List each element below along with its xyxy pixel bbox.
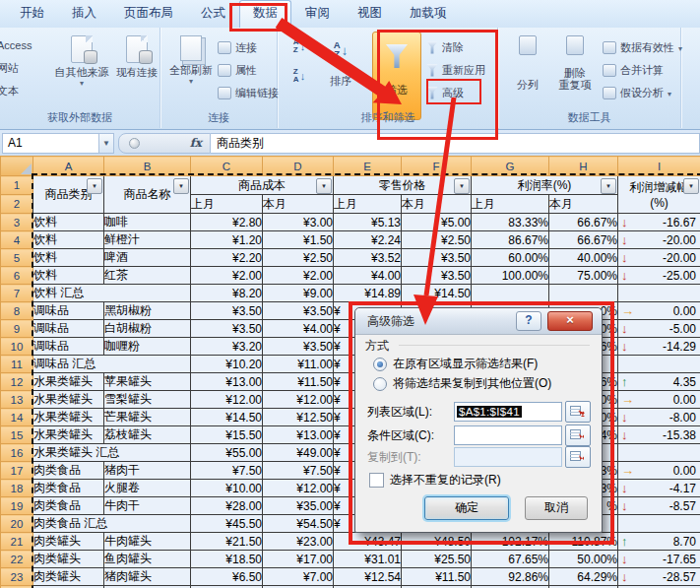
consolidate-button[interactable]: 合并计算	[603, 60, 664, 80]
name-box-dropdown[interactable]: ▼	[99, 133, 114, 154]
cell[interactable]: 水果类罐头	[33, 373, 104, 391]
header-cell-cost[interactable]: 商品成本 ▼	[191, 176, 334, 195]
cell[interactable]: 肉类罐头	[33, 533, 104, 551]
subheader-cell[interactable]: 上月	[334, 195, 402, 214]
cell[interactable]: →0.00	[618, 391, 700, 409]
filter-dropdown-button[interactable]: ▼	[683, 178, 699, 194]
radio-copy-to-location[interactable]: 将筛选结果复制到其他位置(O)	[373, 375, 551, 392]
cell[interactable]	[549, 285, 618, 302]
cell[interactable]: 调味品	[33, 338, 104, 356]
cell[interactable]: 鱼肉罐头	[104, 551, 191, 568]
sort-za-button[interactable]: ZA ↓	[288, 65, 310, 87]
cell[interactable]: 64.29%	[549, 568, 618, 586]
cell[interactable]: 苹果罐头	[104, 373, 191, 391]
cell[interactable]	[618, 285, 700, 302]
row-header[interactable]: 15	[1, 426, 33, 444]
insert-function-icon[interactable]: fx	[190, 136, 202, 150]
cell[interactable]: ¥12.00	[263, 480, 334, 497]
row-header[interactable]: 9	[1, 320, 33, 338]
from-other-sources-button[interactable]: 自其他来源 ▾	[51, 32, 112, 87]
text-to-columns-button[interactable]: 分列	[506, 32, 549, 91]
cell[interactable]: ¥35.00	[263, 497, 334, 515]
filter-dropdown-button[interactable]: ▼	[316, 178, 332, 194]
cell[interactable]: 60.00%	[472, 249, 549, 267]
cell[interactable]: ↓-20.00	[618, 249, 700, 267]
cell[interactable]: ¥3.50	[191, 302, 263, 320]
help-button[interactable]: ?	[516, 311, 541, 331]
subheader-cell[interactable]: 本月	[263, 195, 334, 214]
cell[interactable]: 67.65%	[472, 551, 549, 568]
cell[interactable]: ¥18.50	[191, 551, 263, 568]
header-cell-profit-change[interactable]: 利润增减幅 (%) ▼	[618, 176, 700, 214]
row-header[interactable]: 7	[1, 285, 33, 302]
row-header[interactable]: 19	[1, 497, 33, 515]
cell[interactable]: ¥12.00	[191, 391, 263, 409]
row-header[interactable]: 3	[1, 214, 33, 231]
cell[interactable]: ¥11.00	[263, 356, 334, 373]
subheader-cell[interactable]: 本月	[402, 195, 472, 214]
cell[interactable]	[472, 285, 549, 302]
cell[interactable]: 牛肉罐头	[104, 533, 191, 551]
cell[interactable]: ¥28.00	[191, 497, 263, 515]
cell[interactable]	[618, 356, 700, 373]
cell[interactable]: ¥6.50	[191, 568, 263, 586]
cell[interactable]: ↓-4.17	[618, 480, 700, 497]
row-header[interactable]: 4	[1, 231, 33, 249]
cell[interactable]: 火腿卷	[104, 480, 191, 497]
subheader-cell[interactable]: 上月	[191, 195, 263, 214]
cell[interactable]: 猪肉干	[104, 462, 191, 480]
cell[interactable]: 雪梨罐头	[104, 391, 191, 409]
cell[interactable]: 100.00%	[472, 267, 549, 285]
row-header[interactable]: 17	[1, 462, 33, 480]
cell[interactable]: ¥7.00	[263, 568, 334, 586]
row-header[interactable]: 23	[1, 568, 33, 586]
select-all-corner[interactable]	[1, 157, 33, 176]
tab-插入[interactable]: 插入	[58, 0, 110, 28]
column-header-B[interactable]: B	[104, 157, 191, 176]
row-header[interactable]: 18	[1, 480, 33, 497]
cell[interactable]: 牛肉干	[104, 497, 191, 515]
collapse-dialog-button[interactable]	[565, 401, 591, 423]
cell[interactable]: 猪肉罐头	[104, 568, 191, 586]
cell[interactable]: ¥7.50	[191, 462, 263, 480]
row-header[interactable]: 13	[1, 391, 33, 409]
row-header[interactable]: 8	[1, 302, 33, 320]
tab-审阅[interactable]: 审阅	[291, 0, 344, 28]
tab-页面布局[interactable]: 页面布局	[110, 0, 187, 28]
cell[interactable]: →0.00	[618, 462, 700, 480]
remove-duplicates-button[interactable]: 删除 重复项	[551, 32, 599, 91]
cell[interactable]: 啤酒	[104, 249, 191, 267]
name-box[interactable]: A1	[2, 133, 99, 154]
cell[interactable]: ¥10.20	[191, 356, 263, 373]
tab-视图[interactable]: 视图	[344, 0, 396, 28]
cell[interactable]: ¥12.00	[263, 391, 334, 409]
cell[interactable]: ¥2.24	[334, 231, 402, 249]
cell[interactable]: ¥11.50	[402, 568, 472, 586]
cell[interactable]: ¥14.89	[334, 285, 402, 302]
filter-dropdown-button[interactable]: ▼	[601, 178, 616, 194]
cell[interactable]: 红茶	[104, 267, 191, 285]
column-header-C[interactable]: C	[191, 157, 263, 176]
cell[interactable]: ¥14.50	[402, 285, 472, 302]
header-cell-profit-rate[interactable]: 利润率(%) ▼	[472, 176, 618, 195]
cell[interactable]: 咖啡	[104, 214, 191, 231]
cell[interactable]: 调味品	[33, 320, 104, 338]
cell[interactable]: ¥8.20	[191, 285, 263, 302]
cell[interactable]: ¥3.50	[263, 338, 334, 356]
data-validation-button[interactable]: 数据有效性 ▾	[603, 37, 682, 57]
column-header-I[interactable]: I	[618, 157, 700, 176]
cell[interactable]: ↓-14.29	[618, 338, 700, 356]
cell[interactable]: ¥48.50	[402, 533, 472, 551]
cell[interactable]: ¥14.50	[191, 409, 263, 426]
row-header[interactable]: 10	[1, 338, 33, 356]
cell[interactable]: ¥11.50	[263, 373, 334, 391]
cell[interactable]: ¥1.50	[263, 231, 334, 249]
cell[interactable]: 83.33%	[472, 214, 549, 231]
row-header[interactable]: 16	[1, 444, 33, 462]
dialog-title-bar[interactable]: 高级筛选 ? ×	[355, 308, 602, 335]
cell[interactable]: ¥55.00	[191, 444, 263, 462]
cell[interactable]: ¥3.52	[334, 249, 402, 267]
subheader-cell[interactable]: 上月	[472, 195, 549, 214]
cell[interactable]: ¥3.00	[263, 214, 334, 231]
sort-button[interactable]: AZ ↓ 排序	[314, 32, 367, 87]
